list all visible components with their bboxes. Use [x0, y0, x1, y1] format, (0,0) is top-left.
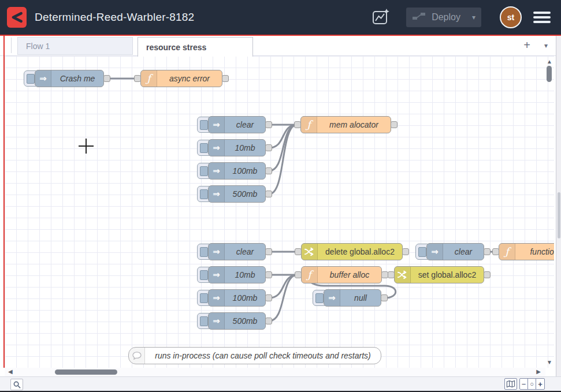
node-body[interactable]: ⇒clear — [426, 243, 484, 260]
node-comment1[interactable]: runs in-process (can cause poll check ti… — [128, 347, 381, 364]
node-label: 10mb — [225, 267, 265, 283]
node-mem_alocator[interactable]: ƒmem alocator — [300, 116, 391, 133]
node-null1[interactable]: ⇒null — [324, 289, 381, 307]
inject-icon: ⇒ — [209, 290, 225, 306]
output-port[interactable] — [265, 121, 272, 128]
scroll-right-icon[interactable]: ▶ — [536, 368, 541, 375]
output-port[interactable] — [484, 248, 491, 255]
search-button[interactable] — [10, 379, 23, 390]
node-clear1[interactable]: ⇒clear — [208, 116, 266, 133]
output-port[interactable] — [103, 75, 110, 82]
output-port[interactable] — [265, 294, 272, 301]
inject-button-pad — [27, 74, 35, 84]
output-port[interactable] — [484, 271, 491, 278]
scroll-left-icon[interactable]: ◀ — [8, 368, 13, 375]
user-avatar[interactable]: st — [500, 6, 522, 28]
function-icon: ƒ — [302, 267, 318, 283]
horizontal-scrollbar[interactable]: ◀ ▶ — [5, 368, 545, 376]
node-body[interactable]: ⇒500mb — [208, 185, 266, 203]
node-body[interactable]: ƒbuffer alloc — [301, 266, 382, 283]
output-port[interactable] — [265, 248, 272, 255]
function-icon: ƒ — [499, 244, 515, 260]
input-port[interactable] — [134, 75, 141, 82]
inject-icon: ⇒ — [209, 267, 225, 283]
node-async_error[interactable]: ƒasync error — [140, 70, 222, 87]
input-port[interactable] — [295, 248, 302, 255]
input-port[interactable] — [492, 248, 499, 255]
node-label: mem alocator — [317, 117, 391, 133]
map-icon — [506, 380, 515, 388]
node-clear2[interactable]: ⇒clear — [208, 243, 266, 260]
flow-list-caret-icon[interactable]: ▾ — [541, 40, 551, 51]
node-mb10_2[interactable]: ⇒10mb — [208, 266, 266, 283]
scroll-down-icon[interactable]: ▼ — [545, 359, 554, 365]
tab-flow-1[interactable]: Flow 1 — [17, 37, 133, 55]
node-body[interactable]: ƒmem alocator — [300, 116, 391, 133]
node-body[interactable]: delete global.alloc2 — [301, 243, 403, 260]
inject-icon: ⇒ — [209, 313, 225, 329]
zoom-out-button[interactable]: − — [519, 378, 528, 390]
node-mb500_1[interactable]: ⇒500mb — [208, 185, 266, 203]
node-body[interactable]: set global.alloc2 — [394, 266, 484, 283]
tab-resource-stress[interactable]: resource stress — [138, 37, 253, 57]
deploy-options-caret-icon[interactable]: ▾ — [469, 13, 475, 21]
zoom-reset-button[interactable]: ○ — [527, 378, 536, 390]
inject-icon: ⇒ — [209, 244, 225, 260]
main-menu-button[interactable] — [533, 8, 551, 27]
output-port[interactable] — [391, 121, 397, 128]
node-label: null — [340, 290, 381, 306]
add-flow-button[interactable]: + — [520, 38, 534, 53]
deploy-button[interactable]: Deploy ▾ — [406, 8, 481, 27]
output-port[interactable] — [265, 144, 272, 151]
node-label: clear — [225, 244, 265, 260]
input-port[interactable] — [295, 271, 302, 278]
node-body[interactable]: ⇒clear — [208, 116, 266, 133]
node-body[interactable]: ⇒Crash me — [35, 70, 104, 87]
outer-scrollbar-track[interactable] — [556, 36, 561, 390]
header: Determined-Reed-Warbler-8182 Deploy — [0, 0, 561, 35]
node-body[interactable]: ⇒null — [324, 289, 381, 307]
node-body[interactable]: ⇒10mb — [208, 139, 266, 156]
comment-icon — [129, 348, 145, 364]
vertical-scrollbar-thumb[interactable] — [547, 66, 552, 82]
input-port[interactable] — [388, 271, 395, 278]
output-port[interactable] — [381, 294, 388, 301]
flow-canvas[interactable]: ⇒Crash meƒasync error⇒clear⇒10mb⇒100mb⇒5… — [5, 56, 554, 368]
node-body[interactable]: ƒasync error — [140, 70, 222, 87]
node-body[interactable]: ⇒100mb — [208, 289, 266, 307]
node-body[interactable]: runs in-process (can cause poll check ti… — [128, 347, 381, 364]
output-port[interactable] — [265, 191, 272, 197]
output-port[interactable] — [265, 167, 272, 174]
outer-scrollbar-thumb[interactable] — [558, 192, 560, 238]
output-port[interactable] — [222, 75, 229, 82]
node-set_alloc2[interactable]: set global.alloc2 — [394, 266, 484, 283]
flow-assistant-icon[interactable] — [370, 8, 391, 27]
node-delete_alloc2[interactable]: delete global.alloc2 — [301, 243, 403, 260]
node-crash_me[interactable]: ⇒Crash me — [35, 70, 104, 87]
node-body[interactable]: ⇒100mb — [208, 162, 266, 180]
inject-button-pad — [200, 270, 208, 280]
node-mb500_2[interactable]: ⇒500mb — [208, 312, 266, 330]
scroll-up-icon[interactable]: ▲ — [545, 58, 554, 65]
node-buffer_alloc[interactable]: ƒbuffer alloc — [301, 266, 382, 283]
output-port[interactable] — [265, 271, 272, 278]
app-logo-icon[interactable] — [7, 7, 27, 28]
vertical-scrollbar[interactable]: ▲ ▼ — [545, 56, 554, 368]
node-mb100_2[interactable]: ⇒100mb — [208, 289, 266, 307]
node-body[interactable]: ⇒clear — [208, 243, 266, 260]
input-port[interactable] — [294, 121, 301, 128]
inject-icon: ⇒ — [209, 186, 225, 202]
node-clear3[interactable]: ⇒clear — [426, 243, 484, 260]
zoom-in-button[interactable]: + — [536, 378, 545, 390]
horizontal-scrollbar-thumb[interactable] — [55, 369, 117, 375]
navigator-button[interactable] — [504, 378, 517, 390]
node-mb100_1[interactable]: ⇒100mb — [208, 162, 266, 180]
node-body[interactable]: ⇒500mb — [208, 312, 266, 330]
inject-button-pad — [315, 293, 324, 303]
node-mb10_1[interactable]: ⇒10mb — [208, 139, 266, 156]
node-label: delete global.alloc2 — [318, 244, 402, 260]
header-actions: Deploy ▾ st — [370, 0, 551, 35]
output-port[interactable] — [265, 318, 272, 324]
node-body[interactable]: ⇒10mb — [208, 266, 266, 283]
output-port[interactable] — [402, 248, 409, 255]
